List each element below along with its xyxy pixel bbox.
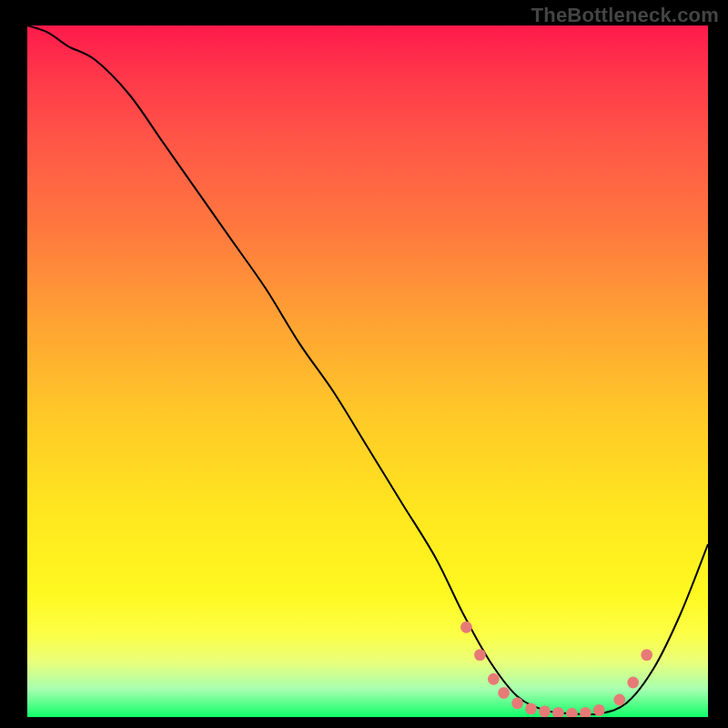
curve-svg (27, 25, 708, 717)
highlight-dots-group (460, 622, 652, 717)
highlight-dot (580, 707, 592, 717)
watermark-text: TheBottleneck.com (531, 4, 719, 27)
highlight-dot (525, 703, 537, 714)
bottleneck-curve-path (27, 25, 708, 714)
chart-frame: TheBottleneck.com (0, 0, 728, 728)
highlight-dot (613, 694, 625, 706)
highlight-dot (498, 687, 510, 699)
highlight-dot (552, 707, 564, 717)
plot-area (27, 25, 708, 717)
highlight-dot (474, 649, 486, 661)
highlight-dot (460, 622, 472, 633)
highlight-dot (511, 697, 523, 709)
highlight-dot (539, 705, 551, 717)
highlight-dot (566, 708, 578, 717)
highlight-dot (641, 649, 652, 661)
highlight-dot (627, 677, 639, 689)
highlight-dot (488, 673, 500, 685)
highlight-dot (593, 704, 605, 716)
